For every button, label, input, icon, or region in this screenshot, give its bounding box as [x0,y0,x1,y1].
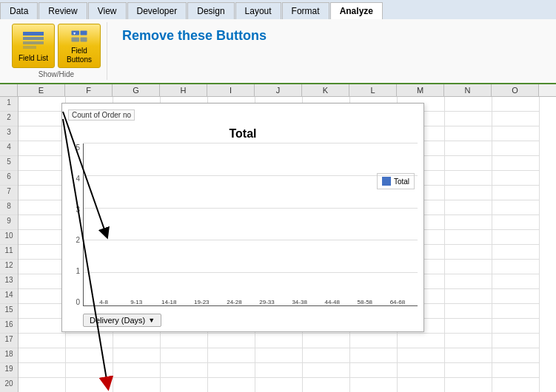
tab-analyze[interactable]: Analyze [330,2,383,19]
bar-label-19-23: 19-23 [194,299,209,305]
col-header-O: O [492,84,539,96]
cell-M18 [398,348,445,363]
cell-F18 [66,348,113,363]
tab-developer[interactable]: Developer [127,2,187,19]
cell-E7 [19,186,66,200]
cell-N11 [445,245,492,260]
cell-N3 [445,126,492,141]
svg-rect-6 [81,31,87,36]
tab-format[interactable]: Format [282,2,329,19]
chart-legend: Total [377,173,415,189]
show-hide-group: Field List ▼ Field Buttons Show/Hide [6,22,107,80]
col-header-I: I [207,84,255,96]
cell-K19 [303,363,350,378]
chart-container[interactable]: Count of Order no Total 5 4 3 2 1 0 [61,103,424,332]
tab-review[interactable]: Review [38,2,87,19]
bar-group-29-33: 29-33 [252,297,281,305]
svg-rect-1 [23,37,44,40]
row-num-5: 5 [0,156,18,171]
cell-N9 [445,215,492,230]
cell-L18 [350,348,398,363]
field-buttons-icon: ▼ [67,27,91,45]
cell-O16 [492,319,540,334]
col-header-M: M [397,84,444,96]
bar-group-64-68: 64-68 [383,297,412,305]
cell-O19 [492,363,540,378]
cell-H19 [161,363,208,378]
cell-E10 [19,230,66,245]
ribbon: Field List ▼ Field Buttons Show/Hide Rem… [0,19,556,84]
bar-group-9-13: 9-13 [122,297,150,305]
cell-N8 [445,200,492,215]
row-num-8: 8 [0,200,18,215]
cell-N19 [445,363,492,378]
field-buttons-button[interactable]: ▼ Field Buttons [58,24,101,68]
cell-O14 [492,289,540,304]
col-header-F: F [65,84,113,96]
cell-O3 [492,126,540,141]
cell-E13 [19,274,66,289]
field-list-icon [21,29,45,53]
bar-group-24-28: 24-28 [220,297,248,305]
cell-N18 [445,348,492,363]
cell-O12 [492,260,540,274]
cell-G18 [113,348,161,363]
cell-L17 [350,334,398,348]
tab-data[interactable]: Data [0,2,38,19]
cell-M20 [398,378,445,392]
cell-O11 [492,245,540,260]
bar-group-34-38: 34-38 [286,297,314,305]
legend-label: Total [394,178,409,186]
bar-group-19-23: 19-23 [187,297,215,305]
bar-label-44-48: 44-48 [324,299,339,305]
cell-N2 [445,112,492,126]
field-list-button[interactable]: Field List [12,24,55,68]
cell-I20 [208,378,255,392]
tab-view[interactable]: View [88,2,127,19]
cell-E18 [19,348,66,363]
cell-N12 [445,260,492,274]
cell-N13 [445,274,492,289]
row-num-19: 19 [0,363,18,378]
row-num-4: 4 [0,141,18,156]
field-button-delivery[interactable]: Delivery (Days) ▼ [83,314,161,327]
row-num-15: 15 [0,304,18,319]
svg-rect-8 [81,38,87,42]
row-num-11: 11 [0,245,18,260]
ribbon-buttons: Field List ▼ Field Buttons [12,24,101,69]
cell-N5 [445,156,492,171]
cell-N10 [445,230,492,245]
cell-J17 [255,334,303,348]
row-num-12: 12 [0,260,18,274]
cell-K17 [303,334,350,348]
cell-N1 [445,97,492,112]
svg-rect-0 [23,32,44,36]
col-header-N: N [444,84,492,96]
cell-E9 [19,215,66,230]
cell-E4 [19,141,66,156]
cell-O20 [492,378,540,392]
tab-design[interactable]: Design [187,2,234,19]
cell-N14 [445,289,492,304]
cell-I18 [208,348,255,363]
cell-N4 [445,141,492,156]
svg-rect-2 [23,41,44,44]
tab-layout[interactable]: Layout [235,2,281,19]
bars-area: 4-89-1314-1819-2324-2829-3334-3844-4858-… [90,143,412,305]
row-num-13: 13 [0,274,18,289]
bar-label-9-13: 9-13 [130,299,142,305]
col-header-G: G [113,84,160,96]
grid-area: Count of Order no Total 5 4 3 2 1 0 [19,97,556,392]
col-header-L: L [349,84,397,96]
cell-O8 [492,200,540,215]
instruction-text: Remove these Buttons [107,22,278,50]
cell-O18 [492,348,540,363]
row-num-16: 16 [0,319,18,334]
row-num-3: 3 [0,126,18,141]
row-num-7: 7 [0,186,18,200]
cell-K18 [303,348,350,363]
cell-N15 [445,304,492,319]
row-num-10: 10 [0,230,18,245]
field-buttons-label: Field Buttons [61,47,97,64]
row-num-1: 1 [0,97,18,112]
